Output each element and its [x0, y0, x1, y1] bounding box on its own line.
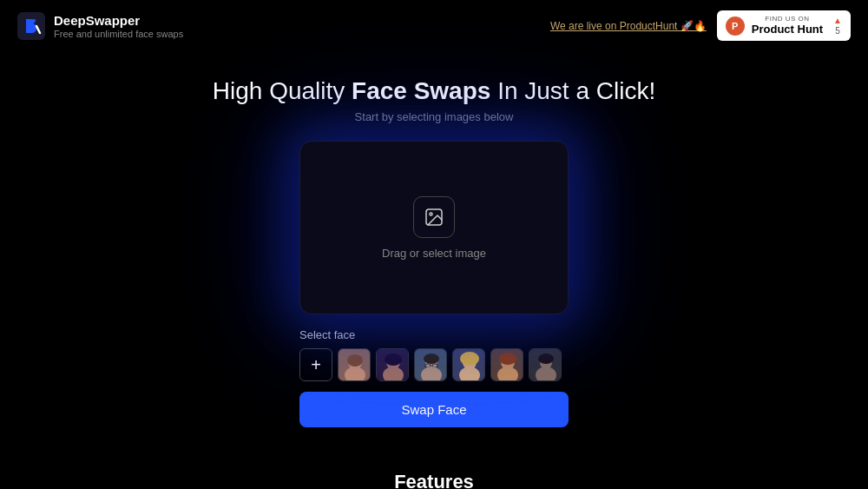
header-right: We are live on ProductHunt 🚀🔥 P FIND US … [550, 10, 851, 41]
face-thumb-6[interactable] [529, 348, 562, 381]
logo-name: DeepSwapper [54, 13, 183, 29]
ph-badge-vote-area: ▲ 5 [833, 17, 842, 36]
face-thumb-5[interactable] [490, 348, 523, 381]
svg-point-13 [424, 354, 439, 364]
logo-icon [17, 12, 45, 40]
swap-face-button[interactable]: Swap Face [299, 392, 569, 427]
ph-badge-name: Product Hunt [752, 23, 823, 36]
features-title: Features [17, 471, 851, 489]
product-hunt-badge-button[interactable]: P FIND US ON Product Hunt ▲ 5 [717, 10, 851, 41]
face-thumb-1[interactable] [338, 348, 371, 381]
hero-title-prefix: High Quality [213, 77, 352, 104]
logo-subtitle: Free and unlimited face swaps [54, 29, 183, 39]
ph-badge-text: FIND US ON Product Hunt [752, 16, 823, 36]
upload-dropzone[interactable]: Drag or select image [299, 141, 569, 314]
add-face-button[interactable]: + [299, 348, 332, 381]
logo-area: DeepSwapper Free and unlimited face swap… [17, 12, 183, 40]
svg-point-27 [538, 354, 554, 364]
face-thumb-4[interactable] [452, 348, 485, 381]
ph-arrow-icon: ▲ [833, 17, 842, 25]
face-thumb-3[interactable] [414, 348, 447, 381]
product-hunt-link[interactable]: We are live on ProductHunt 🚀🔥 [550, 20, 707, 32]
features-section: Features We are the best face swap servi… [0, 445, 868, 489]
face-thumbnails-row: + [299, 348, 569, 381]
hero-subtitle: Start by selecting images below [355, 110, 514, 123]
select-face-label: Select face [299, 328, 569, 341]
face-thumb-2[interactable] [376, 348, 409, 381]
header: DeepSwapper Free and unlimited face swap… [0, 0, 868, 51]
main-content: High Quality Face Swaps In Just a Click!… [0, 51, 868, 445]
upload-text: Drag or select image [382, 247, 486, 260]
upload-container: Drag or select image Select face + [299, 141, 569, 427]
ph-logo-icon: P [726, 17, 745, 36]
upload-icon [413, 196, 455, 238]
svg-point-2 [430, 213, 432, 215]
hero-title: High Quality Face Swaps In Just a Click! [213, 77, 655, 105]
hero-title-bold: Face Swaps [352, 77, 490, 104]
svg-point-23 [499, 353, 516, 365]
select-face-section: Select face + [299, 328, 569, 381]
svg-point-5 [347, 354, 363, 367]
ph-vote-count: 5 [835, 26, 840, 36]
svg-point-19 [460, 352, 479, 366]
logo-text-group: DeepSwapper Free and unlimited face swap… [54, 13, 183, 39]
svg-point-9 [385, 354, 402, 366]
hero-title-suffix: In Just a Click! [490, 77, 655, 104]
